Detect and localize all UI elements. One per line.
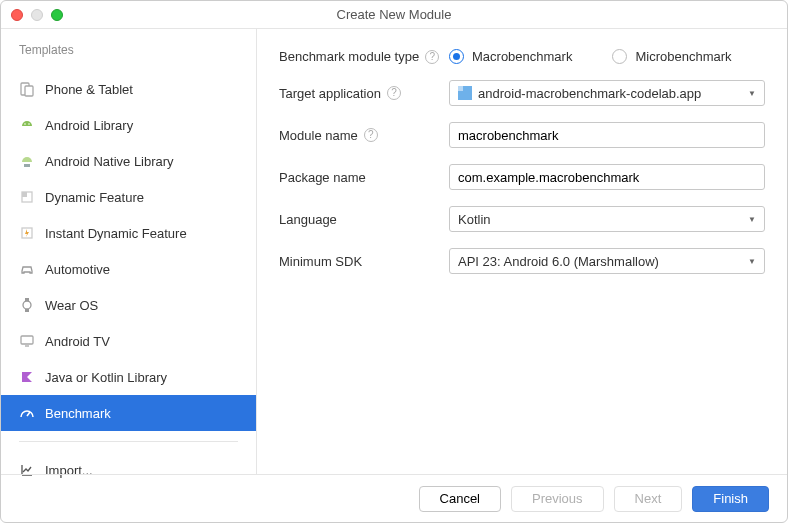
benchmark-icon — [19, 405, 35, 421]
radio-macrobenchmark[interactable]: Macrobenchmark — [449, 49, 572, 64]
chevron-down-icon: ▼ — [748, 257, 756, 266]
package-name-label: Package name — [279, 170, 366, 185]
automotive-icon — [19, 261, 35, 277]
instant-dynamic-feature-icon — [19, 225, 35, 241]
chevron-down-icon: ▼ — [748, 215, 756, 224]
sidebar-item-android-tv[interactable]: Android TV — [1, 323, 256, 359]
svg-point-7 — [23, 301, 31, 309]
sidebar-item-label: Wear OS — [45, 298, 98, 313]
sidebar-item-dynamic-feature[interactable]: Dynamic Feature — [1, 179, 256, 215]
language-select[interactable]: Kotlin ▼ — [449, 206, 765, 232]
sidebar-item-android-library[interactable]: Android Library — [1, 107, 256, 143]
sidebar-item-label: Phone & Tablet — [45, 82, 133, 97]
footer-buttons: Cancel Previous Next Finish — [1, 474, 787, 522]
minimum-sdk-label: Minimum SDK — [279, 254, 362, 269]
previous-button: Previous — [511, 486, 604, 512]
sidebar-item-label: Automotive — [45, 262, 110, 277]
title-bar: Create New Module — [1, 1, 787, 29]
svg-rect-10 — [21, 336, 33, 344]
dynamic-feature-icon — [19, 189, 35, 205]
sidebar-item-label: Dynamic Feature — [45, 190, 144, 205]
chevron-down-icon: ▼ — [748, 89, 756, 98]
sidebar-header: Templates — [1, 43, 256, 71]
sidebar-item-native-library[interactable]: Android Native Library — [1, 143, 256, 179]
sidebar-item-label: Android Library — [45, 118, 133, 133]
help-icon[interactable]: ? — [387, 86, 401, 100]
cancel-button[interactable]: Cancel — [419, 486, 501, 512]
templates-sidebar: Templates Phone & Tablet Android Library… — [1, 29, 257, 474]
sidebar-item-wear-os[interactable]: Wear OS — [1, 287, 256, 323]
sidebar-item-benchmark[interactable]: Benchmark — [1, 395, 256, 431]
window-title: Create New Module — [1, 7, 787, 22]
radio-microbenchmark[interactable]: Microbenchmark — [612, 49, 731, 64]
svg-point-3 — [28, 123, 30, 125]
help-icon[interactable]: ? — [425, 50, 439, 64]
minimum-sdk-select[interactable]: API 23: Android 6.0 (Marshmallow) ▼ — [449, 248, 765, 274]
radio-label: Macrobenchmark — [472, 49, 572, 64]
sidebar-divider — [19, 441, 238, 442]
sidebar-item-label: Instant Dynamic Feature — [45, 226, 187, 241]
form-panel: Benchmark module type ? Macrobenchmark M… — [257, 29, 787, 474]
android-icon — [19, 117, 35, 133]
radio-label: Microbenchmark — [635, 49, 731, 64]
package-name-input[interactable] — [449, 164, 765, 190]
module-name-label: Module name — [279, 128, 358, 143]
target-application-select[interactable]: android-macrobenchmark-codelab.app ▼ — [449, 80, 765, 106]
sidebar-item-label: Android Native Library — [45, 154, 174, 169]
sidebar-item-phone-tablet[interactable]: Phone & Tablet — [1, 71, 256, 107]
close-window-icon[interactable] — [11, 9, 23, 21]
sidebar-item-label: Java or Kotlin Library — [45, 370, 167, 385]
minimum-sdk-value: API 23: Android 6.0 (Marshmallow) — [458, 254, 659, 269]
svg-point-2 — [24, 123, 26, 125]
benchmark-type-label: Benchmark module type — [279, 49, 419, 64]
target-application-value: android-macrobenchmark-codelab.app — [478, 86, 701, 101]
module-name-input[interactable] — [449, 122, 765, 148]
svg-rect-1 — [25, 86, 33, 96]
next-button: Next — [614, 486, 683, 512]
radio-checked-icon — [449, 49, 464, 64]
language-value: Kotlin — [458, 212, 491, 227]
minimize-window-icon[interactable] — [31, 9, 43, 21]
phone-tablet-icon — [19, 81, 35, 97]
sidebar-item-java-kotlin-library[interactable]: Java or Kotlin Library — [1, 359, 256, 395]
sidebar-item-automotive[interactable]: Automotive — [1, 251, 256, 287]
target-application-label: Target application — [279, 86, 381, 101]
help-icon[interactable]: ? — [364, 128, 378, 142]
watch-icon — [19, 297, 35, 313]
svg-rect-9 — [25, 309, 29, 312]
native-library-icon — [19, 153, 35, 169]
radio-unchecked-icon — [612, 49, 627, 64]
module-icon — [458, 86, 472, 100]
kotlin-icon — [19, 369, 35, 385]
sidebar-item-instant-dynamic-feature[interactable]: Instant Dynamic Feature — [1, 215, 256, 251]
language-label: Language — [279, 212, 337, 227]
sidebar-item-label: Android TV — [45, 334, 110, 349]
maximize-window-icon[interactable] — [51, 9, 63, 21]
svg-rect-8 — [25, 298, 29, 301]
sidebar-item-label: Benchmark — [45, 406, 111, 421]
tv-icon — [19, 333, 35, 349]
finish-button[interactable]: Finish — [692, 486, 769, 512]
svg-rect-5 — [22, 192, 27, 197]
